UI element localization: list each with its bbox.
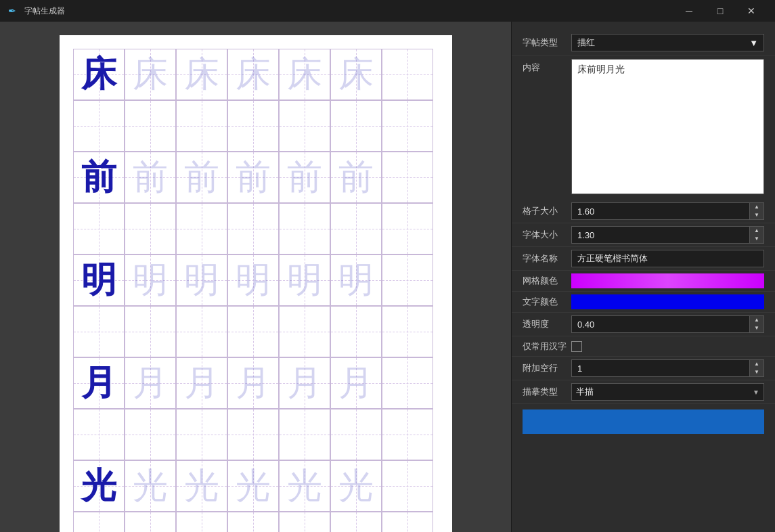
char-trace-label: 前: [236, 160, 271, 195]
font-name-label: 字体名称: [523, 252, 571, 265]
char-trace-label: 光: [287, 468, 322, 504]
char-cell-empty: [279, 409, 330, 460]
char-cell-empty: [382, 152, 433, 203]
canvas-area: 床 床 床 床 床 床: [0, 22, 511, 532]
grid-color-swatch[interactable]: [571, 273, 764, 288]
content-textarea[interactable]: 床前明月光: [571, 59, 764, 194]
char-cell-trace-2: 明: [176, 254, 227, 306]
content-area: 内容 床前明月光: [512, 56, 775, 200]
char-cell-trace-1: 前: [125, 152, 176, 203]
extra-rows-up-button[interactable]: ▲: [750, 360, 763, 368]
maximize-button[interactable]: □: [705, 0, 736, 22]
char-trace-label: 床: [133, 57, 168, 92]
font-size-value: 1.30: [572, 230, 749, 240]
char-cell-trace-5: 床: [330, 49, 382, 100]
extra-rows-value: 1: [572, 363, 749, 374]
action-bar[interactable]: [523, 409, 764, 434]
extra-rows-spinner-buttons: ▲ ▼: [749, 360, 763, 376]
char-cell-trace-3: 床: [227, 49, 279, 100]
grid-size-up-button[interactable]: ▲: [750, 203, 763, 211]
font-size-up-button[interactable]: ▲: [750, 227, 763, 235]
char-cell-trace-5: 月: [330, 357, 382, 409]
char-cell-empty: [382, 306, 433, 357]
font-size-down-button[interactable]: ▼: [750, 235, 763, 243]
char-cell-empty: [382, 100, 433, 152]
font-name-value[interactable]: 方正硬笔楷书简体: [571, 250, 764, 267]
char-cell-empty: [382, 203, 433, 254]
common-hanzi-checkbox[interactable]: [571, 341, 582, 352]
opacity-spinbox[interactable]: 0.40 ▲ ▼: [571, 315, 764, 333]
char-trace-label: 床: [236, 57, 271, 92]
char-cell-empty: [227, 409, 279, 460]
extra-rows-spinbox[interactable]: 1 ▲ ▼: [571, 359, 764, 377]
app-title: 字帖生成器: [24, 5, 673, 17]
char-cell-trace-5: 光: [330, 460, 382, 512]
char-trace-label: 光: [338, 468, 374, 504]
char-cell-empty: [125, 100, 176, 152]
char-cell-trace-1: 月: [125, 357, 176, 409]
titlebar: ✒ 字帖生成器 ─ □ ✕: [0, 0, 775, 22]
char-cell-main: 光: [73, 460, 125, 512]
trace-type-select[interactable]: 半描 ▼: [571, 383, 764, 401]
char-cell-trace-4: 月: [279, 357, 330, 409]
font-size-spinbox[interactable]: 1.30 ▲ ▼: [571, 226, 764, 244]
right-panel: 字帖类型 描红 ▼ 内容 床前明月光 格子大小 1.60 ▲ ▼ 字体大小: [511, 22, 775, 532]
char-cell-empty: [73, 512, 125, 532]
char-cell-empty: [330, 512, 382, 532]
char-main-label: 明: [81, 263, 116, 298]
char-row-qian-empty: [73, 203, 439, 254]
char-cell-empty: [73, 100, 125, 152]
char-cell-trace-4: 明: [279, 254, 330, 306]
opacity-spinner-buttons: ▲ ▼: [749, 316, 763, 332]
char-trace-label: 月: [184, 365, 219, 401]
char-trace-label: 床: [287, 57, 322, 92]
char-cell-trace-2: 光: [176, 460, 227, 512]
extra-rows-label: 附加空行: [523, 362, 571, 374]
char-cell-trace-4: 前: [279, 152, 330, 203]
type-arrow-icon: ▼: [749, 38, 758, 48]
type-select[interactable]: 描红 ▼: [571, 34, 764, 51]
char-trace-label: 明: [184, 263, 219, 298]
char-main-label: 床: [81, 57, 116, 92]
char-cell-empty: [279, 512, 330, 532]
minimize-button[interactable]: ─: [673, 0, 705, 22]
char-group-ming: 明 明 明 明 明 明: [73, 254, 439, 357]
char-trace-label: 明: [287, 263, 322, 298]
font-size-spinner-buttons: ▲ ▼: [749, 227, 763, 243]
char-cell-trace-4: 光: [279, 460, 330, 512]
char-cell-main: 月: [73, 357, 125, 409]
char-cell-empty: [330, 100, 382, 152]
common-hanzi-label: 仅常用汉字: [523, 340, 571, 353]
grid-color-label: 网格颜色: [523, 275, 571, 287]
char-trace-label: 明: [338, 263, 374, 298]
char-cell-trace-5: 前: [330, 152, 382, 203]
char-cell-empty: [330, 306, 382, 357]
opacity-up-button[interactable]: ▲: [750, 316, 763, 324]
type-row: 字帖类型 描红 ▼: [512, 30, 775, 56]
char-cell-empty: [176, 203, 227, 254]
char-cell-trace-5: 明: [330, 254, 382, 306]
char-cell-empty: [279, 306, 330, 357]
char-trace-label: 前: [133, 160, 168, 195]
extra-rows-down-button[interactable]: ▼: [750, 368, 763, 376]
opacity-label: 透明度: [523, 318, 571, 330]
opacity-down-button[interactable]: ▼: [750, 324, 763, 332]
char-group-yue: 月 月 月 月 月 月: [73, 357, 439, 460]
text-color-swatch[interactable]: [571, 294, 764, 309]
char-cell-trace-3: 前: [227, 152, 279, 203]
close-button[interactable]: ✕: [736, 0, 767, 22]
char-cell-empty: [382, 460, 433, 512]
char-cell-empty: [176, 100, 227, 152]
grid-size-spinbox[interactable]: 1.60 ▲ ▼: [571, 202, 764, 220]
grid-size-label: 格子大小: [523, 205, 571, 217]
trace-type-value: 半描: [576, 386, 594, 398]
char-cell-empty: [382, 512, 433, 532]
main-content: 床 床 床 床 床 床: [0, 22, 775, 532]
char-cell-empty: [330, 409, 382, 460]
char-cell-main: 前: [73, 152, 125, 203]
grid-size-down-button[interactable]: ▼: [750, 211, 763, 219]
char-cell-trace-1: 明: [125, 254, 176, 306]
char-trace-label: 明: [133, 263, 168, 298]
char-trace-label: 前: [287, 160, 322, 195]
char-cell-empty: [227, 306, 279, 357]
